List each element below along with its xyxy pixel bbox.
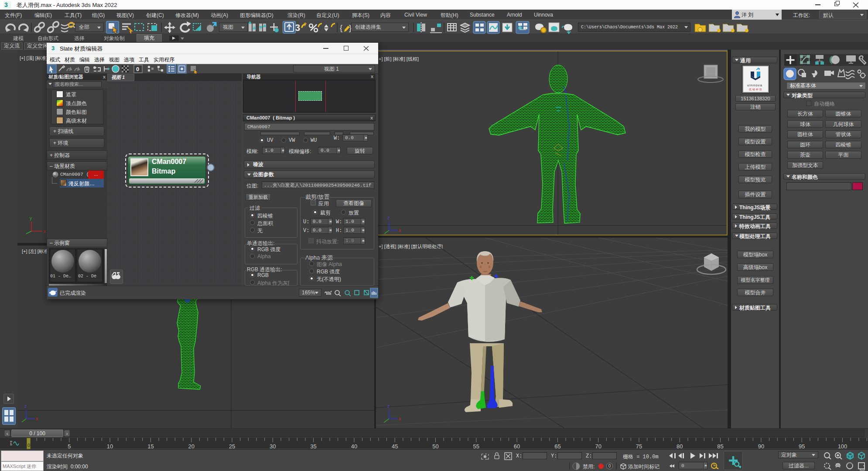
svg-text:5: 5 <box>68 443 71 449</box>
svg-text:90: 90 <box>758 443 764 449</box>
svg-text:{: { <box>340 24 342 32</box>
svg-text:z: z <box>387 404 390 409</box>
svg-text:75: 75 <box>636 443 642 449</box>
svg-text:65: 65 <box>554 443 560 449</box>
svg-text:优锘科技: 优锘科技 <box>749 88 763 91</box>
svg-text:45: 45 <box>392 443 398 449</box>
svg-text:35: 35 <box>310 443 316 449</box>
svg-text:0: 0 <box>136 66 139 72</box>
svg-text:?: ? <box>304 22 307 27</box>
svg-text:50: 50 <box>432 443 438 449</box>
svg-text:x: x <box>44 229 46 234</box>
svg-text:z: z <box>24 404 27 409</box>
svg-text:10: 10 <box>107 443 113 449</box>
svg-text:uinnova: uinnova <box>747 83 762 87</box>
svg-text:70: 70 <box>595 443 601 449</box>
svg-text:20: 20 <box>188 443 194 449</box>
svg-text:30: 30 <box>270 443 276 449</box>
svg-text:x: x <box>399 416 401 421</box>
svg-text:85: 85 <box>717 443 723 449</box>
svg-text:25: 25 <box>229 443 235 449</box>
svg-text:100: 100 <box>838 443 847 449</box>
svg-text:95: 95 <box>799 443 805 449</box>
svg-text:55: 55 <box>473 443 479 449</box>
svg-text:80: 80 <box>677 443 683 449</box>
svg-text:15: 15 <box>147 443 154 449</box>
svg-text:y: y <box>30 216 32 221</box>
svg-text:x: x <box>36 416 38 421</box>
svg-text:40: 40 <box>351 443 357 449</box>
svg-text:z: z <box>387 215 390 220</box>
svg-text:x: x <box>399 228 401 233</box>
svg-text:60: 60 <box>514 443 520 449</box>
